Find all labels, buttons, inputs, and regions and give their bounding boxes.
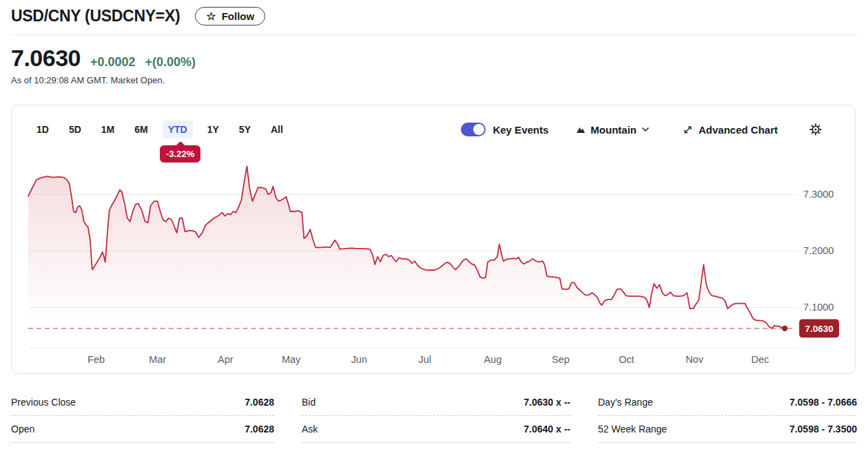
mountain-icon (576, 125, 586, 134)
stat-label: Bid (302, 397, 316, 408)
month-label: Nov (685, 354, 704, 365)
stats-column: Previous Close7.0628Open7.0628 (11, 389, 274, 443)
stat-label: Ask (302, 424, 318, 435)
month-label: Sep (552, 354, 570, 365)
expand-arrows-icon (683, 125, 693, 135)
month-label: Oct (619, 354, 634, 365)
chart-toolbar: 1D5D1M6MYTD1Y5YAll Key Events Mountain A… (12, 121, 855, 138)
quote-summary: 7.0630 +0.0002 +(0.00%) (0, 35, 868, 70)
stat-value: 7.0598 - 7.3500 (789, 424, 857, 435)
stat-value: 7.0628 (245, 397, 274, 408)
advanced-chart-button[interactable]: Advanced Chart (683, 124, 778, 136)
follow-button-label: Follow (222, 10, 255, 22)
stat-row: Open7.0628 (11, 416, 274, 443)
star-icon: ☆ (206, 11, 216, 22)
stat-label: Open (11, 424, 34, 435)
stat-row: Previous Close7.0628 (11, 389, 274, 416)
quote-page: USD/CNY (USDCNY=X) ☆ Follow 7.0630 +0.00… (0, 0, 868, 449)
stat-value: 7.0628 (245, 424, 274, 435)
stat-value: 7.0598 - 7.0666 (789, 397, 857, 408)
chart-type-dropdown[interactable]: Mountain (576, 124, 650, 136)
stat-value: 7.0640 x -- (524, 424, 570, 435)
stat-label: Day's Range (598, 397, 653, 408)
stat-row: 52 Week Range7.0598 - 7.3500 (598, 416, 857, 443)
month-label: Feb (87, 354, 105, 365)
header: USD/CNY (USDCNY=X) ☆ Follow (0, 0, 868, 25)
stat-row: Ask7.0640 x -- (302, 416, 570, 443)
stat-label: 52 Week Range (598, 424, 667, 435)
range-tab-1d[interactable]: 1D (31, 121, 54, 138)
month-label: Jun (351, 354, 367, 365)
chart-controls: Key Events Mountain Advanced Chart (461, 123, 822, 136)
key-events-toggle[interactable] (461, 123, 486, 136)
month-label: Apr (218, 354, 234, 365)
range-tab-5y[interactable]: 5Y (234, 121, 256, 138)
stat-row: Day's Range7.0598 - 7.0666 (598, 389, 857, 416)
price-chart[interactable]: 7.30007.20007.1000FebMarAprMayJunJulAugS… (12, 105, 855, 373)
key-events-label: Key Events (493, 124, 548, 136)
quote-statistics: Previous Close7.0628Open7.0628Bid7.0630 … (11, 389, 857, 443)
range-tab-1y[interactable]: 1Y (202, 121, 225, 138)
chart-settings-button[interactable] (809, 123, 822, 136)
follow-button[interactable]: ☆ Follow (195, 7, 265, 25)
ytd-change-badge: -3.22% (160, 145, 200, 163)
page-title: USD/CNY (USDCNY=X) (11, 7, 180, 25)
month-label: Mar (149, 354, 166, 365)
y-axis-label: 7.1000 (803, 302, 834, 313)
range-tab-all[interactable]: All (265, 121, 289, 138)
month-label: Jul (418, 354, 431, 365)
range-tab-6m[interactable]: 6M (129, 121, 153, 138)
as-of-timestamp: As of 10:29:08 AM GMT. Market Open. (0, 70, 868, 85)
advanced-chart-label: Advanced Chart (699, 124, 778, 136)
toggle-knob (473, 124, 484, 135)
stats-column: Day's Range7.0598 - 7.066652 Week Range7… (598, 389, 857, 443)
month-label: May (282, 354, 301, 365)
chevron-down-icon (641, 127, 650, 132)
range-tabs: 1D5D1M6MYTD1Y5YAll (31, 121, 289, 138)
range-tab-1m[interactable]: 1M (96, 121, 120, 138)
range-tab-ytd[interactable]: YTD (163, 121, 193, 138)
chart-type-label: Mountain (590, 124, 637, 136)
price-change: +0.0002 (90, 55, 136, 70)
current-price-dot (782, 326, 787, 331)
stats-column: Bid7.0630 x --Ask7.0640 x -- (302, 389, 570, 443)
current-price: 7.0630 (11, 46, 81, 70)
stat-row: Bid7.0630 x -- (302, 389, 570, 416)
price-area (28, 166, 785, 348)
stat-value: 7.0630 x -- (524, 397, 570, 408)
y-axis-label: 7.2000 (803, 245, 834, 256)
gear-icon (809, 123, 822, 136)
month-label: Aug (484, 354, 502, 365)
range-tab-5d[interactable]: 5D (63, 121, 87, 138)
current-price-badge-label: 7.0630 (805, 324, 833, 334)
month-label: Dec (752, 354, 769, 365)
chart-card: 1D5D1M6MYTD1Y5YAll Key Events Mountain A… (11, 105, 856, 374)
price-change-percent: +(0.00%) (145, 55, 196, 70)
stat-label: Previous Close (11, 397, 76, 408)
y-axis-label: 7.3000 (803, 189, 834, 200)
